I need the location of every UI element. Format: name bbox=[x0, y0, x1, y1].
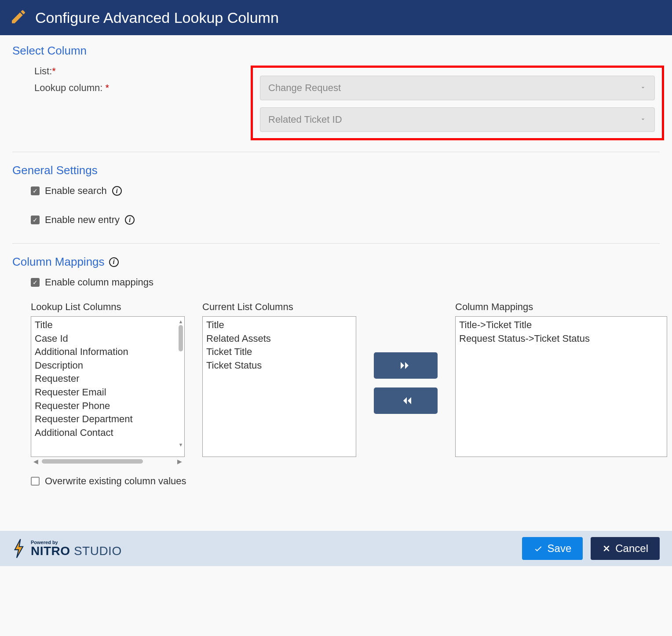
list-item[interactable]: Title->Ticket Title bbox=[458, 318, 664, 332]
dialog-footer: Powered by NITRO STUDIO Save Cancel bbox=[0, 531, 672, 566]
chevron-down-icon bbox=[639, 82, 646, 94]
info-icon[interactable]: i bbox=[109, 257, 119, 267]
dialog-header: Configure Advanced Lookup Column bbox=[0, 0, 672, 35]
divider bbox=[12, 152, 660, 152]
list-item[interactable]: Request Status->Ticket Status bbox=[458, 332, 664, 346]
list-select[interactable]: Change Request bbox=[260, 76, 655, 100]
scrollbar-horizontal[interactable]: ◀ ▶ bbox=[31, 458, 185, 465]
overwrite-checkbox[interactable] bbox=[31, 477, 40, 486]
enable-search-checkbox[interactable]: ✓ bbox=[31, 186, 40, 195]
current-list-columns[interactable]: TitleRelated AssetsTicket TitleTicket St… bbox=[202, 316, 356, 457]
add-mapping-button[interactable] bbox=[374, 352, 438, 379]
list-item[interactable]: Related Assets bbox=[205, 332, 353, 346]
forward-icon bbox=[400, 361, 412, 370]
info-icon[interactable]: i bbox=[112, 186, 122, 196]
dialog-title: Configure Advanced Lookup Column bbox=[35, 9, 279, 26]
section-select-column-title: Select Column bbox=[12, 44, 87, 58]
bolt-icon bbox=[12, 539, 27, 558]
list-item[interactable]: Title bbox=[34, 318, 182, 332]
lookup-column-label: Lookup column: * bbox=[12, 82, 254, 94]
mappings-col-label: Column Mappings bbox=[455, 301, 667, 313]
lookup-list-columns[interactable]: TitleCase IdAdditional InformationDescri… bbox=[31, 316, 185, 457]
list-item[interactable]: Ticket Status bbox=[205, 359, 353, 373]
overwrite-row[interactable]: Overwrite existing column values bbox=[12, 475, 660, 487]
list-item[interactable]: Requester Phone bbox=[34, 399, 182, 413]
column-mappings-list[interactable]: Title->Ticket TitleRequest Status->Ticke… bbox=[455, 316, 667, 457]
enable-search-label: Enable search bbox=[45, 185, 107, 197]
backward-icon bbox=[400, 396, 412, 405]
list-item[interactable]: Title bbox=[205, 318, 353, 332]
enable-mappings-label: Enable column mappings bbox=[45, 277, 153, 288]
save-button[interactable]: Save bbox=[522, 537, 583, 560]
enable-new-entry-checkbox[interactable]: ✓ bbox=[31, 216, 40, 224]
mapping-area: Lookup List Columns TitleCase IdAddition… bbox=[12, 301, 660, 465]
check-icon bbox=[533, 544, 543, 553]
chevron-down-icon bbox=[639, 114, 646, 125]
remove-mapping-button[interactable] bbox=[374, 387, 438, 414]
scrollbar-vertical[interactable]: ▲ ▼ bbox=[178, 319, 184, 447]
list-select-value: Change Request bbox=[268, 82, 341, 94]
enable-new-entry-row[interactable]: ✓ Enable new entry i bbox=[12, 214, 660, 226]
list-item[interactable]: Additional Information bbox=[34, 345, 182, 359]
section-general-title: General Settings bbox=[12, 164, 98, 177]
list-item[interactable]: Additional Contact bbox=[34, 426, 182, 440]
list-item[interactable]: Requester Department bbox=[34, 413, 182, 426]
list-item[interactable]: Requester Email bbox=[34, 386, 182, 399]
select-column-group: List:* Lookup column: * Change Request R… bbox=[12, 66, 660, 140]
enable-mappings-row[interactable]: ✓ Enable column mappings bbox=[12, 277, 660, 288]
list-item[interactable]: Case Id bbox=[34, 332, 182, 346]
enable-search-row[interactable]: ✓ Enable search i bbox=[12, 185, 660, 197]
close-icon bbox=[602, 544, 611, 553]
pencil-icon bbox=[10, 8, 27, 27]
list-label: List:* bbox=[12, 66, 254, 77]
info-icon[interactable]: i bbox=[125, 215, 135, 225]
brand-text: NITRO STUDIO bbox=[31, 545, 122, 557]
list-item[interactable]: Ticket Title bbox=[205, 345, 353, 359]
section-mappings-title: Column Mappings i bbox=[12, 255, 119, 269]
lookup-cols-label: Lookup List Columns bbox=[31, 301, 185, 313]
list-item[interactable]: Description bbox=[34, 359, 182, 373]
nitro-logo: Powered by NITRO STUDIO bbox=[12, 539, 122, 558]
overwrite-label: Overwrite existing column values bbox=[45, 475, 186, 487]
lookup-select-value: Related Ticket ID bbox=[268, 114, 342, 125]
highlighted-dropdowns: Change Request Related Ticket ID bbox=[251, 66, 664, 140]
lookup-select[interactable]: Related Ticket ID bbox=[260, 107, 655, 132]
cancel-button[interactable]: Cancel bbox=[591, 537, 660, 560]
list-item[interactable]: Requester bbox=[34, 372, 182, 386]
divider bbox=[12, 243, 660, 244]
enable-mappings-checkbox[interactable]: ✓ bbox=[31, 278, 40, 287]
enable-new-entry-label: Enable new entry bbox=[45, 214, 120, 226]
current-cols-label: Current List Columns bbox=[202, 301, 356, 313]
